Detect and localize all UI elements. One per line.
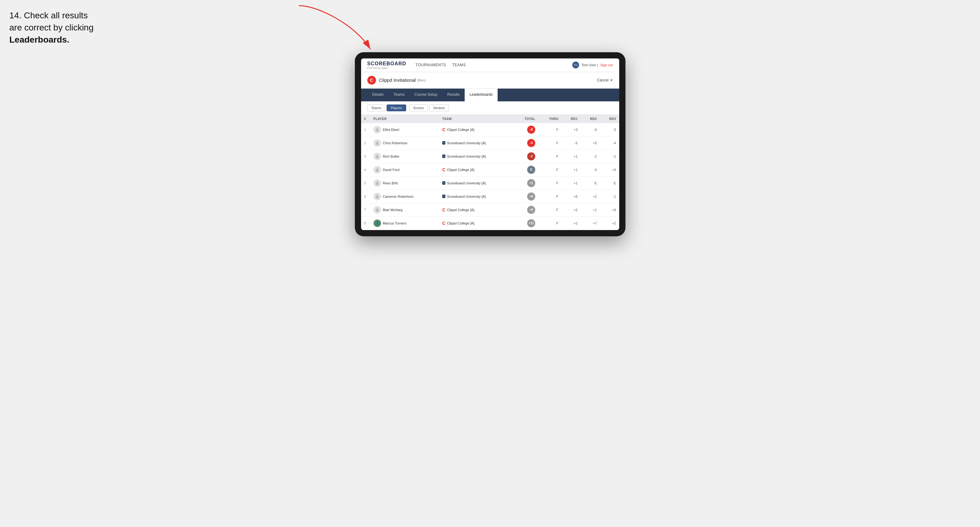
cell-rd2: +2 (581, 190, 600, 203)
cell-team: ≡Scoreboard University [A] (439, 176, 513, 190)
instruction-text: 14. Check all results are correct by cli… (10, 10, 127, 46)
nav-links: TOURNAMENTS TEAMS (415, 63, 566, 67)
svg-point-7 (376, 208, 378, 210)
col-rank: # (361, 115, 371, 123)
cell-total: -4 (513, 136, 539, 149)
cell-thru: F (538, 216, 562, 230)
cell-team: ≡Scoreboard University [A] (439, 149, 513, 163)
cell-player: David Ford (371, 163, 439, 176)
svg-point-4 (376, 168, 378, 170)
cell-rd2: +7 (581, 216, 600, 230)
svg-point-5 (376, 182, 378, 183)
table-row: 2Chris Robertson≡Scoreboard University [… (361, 136, 619, 149)
filter-teams[interactable]: Teams (367, 105, 385, 111)
cell-total: +6 (513, 190, 539, 203)
cell-team: ≡Scoreboard University [A] (439, 136, 513, 149)
col-rd3: RD3 (600, 115, 619, 123)
tab-navigation: Details Teams Course Setup Results Leade… (361, 89, 619, 102)
cell-total: +11 (513, 216, 539, 230)
cell-rank: 1 (361, 123, 371, 137)
cancel-button[interactable]: Cancel ✕ (597, 78, 613, 83)
team-name: Clippd College [A] (447, 128, 474, 132)
cell-rd3: +6 (600, 203, 619, 216)
cell-rd2: +5 (581, 136, 600, 149)
tournament-header: C Clippd Invitational (Men) Cancel ✕ (361, 72, 619, 89)
cell-team: CClippd College [A] (439, 123, 513, 137)
cell-rd1: +5 (562, 190, 581, 203)
score-badge: +9 (527, 206, 535, 214)
svg-point-2 (376, 141, 378, 143)
tab-leaderboards[interactable]: Leaderboards (465, 89, 498, 102)
cell-rank: 7 (361, 203, 371, 216)
nav-right: TU Test User | Sign out (572, 62, 613, 68)
cell-thru: F (538, 149, 562, 163)
player-name: Cameron Robertson (383, 195, 414, 198)
cell-rd2: +1 (581, 203, 600, 216)
cell-team: ≡Scoreboard University [A] (439, 190, 513, 203)
player-name: Chris Robertson (383, 141, 407, 145)
tournament-subtitle: (Men) (417, 78, 426, 82)
cell-rd1: +1 (562, 163, 581, 176)
cell-rd3: +2 (600, 216, 619, 230)
cell-total: E (513, 163, 539, 176)
cell-rd3: -4 (600, 136, 619, 149)
cell-rank: 4 (361, 163, 371, 176)
cell-rd3: -1 (600, 190, 619, 203)
cell-thru: F (538, 190, 562, 203)
cell-player: Rich Butler (371, 149, 439, 163)
nav-teams[interactable]: TEAMS (452, 63, 466, 67)
cell-player: Blair McHarg (371, 203, 439, 216)
cell-thru: F (538, 163, 562, 176)
tab-results[interactable]: Results (442, 89, 465, 102)
filter-scores[interactable]: Scores (409, 105, 428, 111)
score-badge: -4 (527, 139, 535, 147)
cell-rd3: -5 (600, 123, 619, 137)
col-rd2: RD2 (581, 115, 600, 123)
cell-total: +1 (513, 176, 539, 190)
cell-rank: 3 (361, 149, 371, 163)
tab-details[interactable]: Details (367, 89, 389, 102)
score-badge: +6 (527, 192, 535, 200)
cell-player: Elliot Ebert (371, 123, 439, 137)
cell-rd3: E (600, 176, 619, 190)
sign-out-link[interactable]: Sign out (600, 63, 613, 67)
cell-total: -8 (513, 123, 539, 137)
col-rd1: RD1 (562, 115, 581, 123)
player-name: Marcus Turners (383, 221, 406, 225)
table-header-row: # PLAYER TEAM TOTAL THRU RD1 RD2 RD3 (361, 115, 619, 123)
nav-tournaments[interactable]: TOURNAMENTS (415, 63, 446, 67)
cell-thru: F (538, 136, 562, 149)
table-row: 8👤Marcus TurnersCClippd College [A]+11F+… (361, 216, 619, 230)
player-name: David Ford (383, 168, 400, 171)
cell-rd3: +3 (600, 163, 619, 176)
cell-rd1: +2 (562, 203, 581, 216)
col-team: TEAM (439, 115, 513, 123)
score-badge: -2 (527, 152, 535, 160)
filter-players[interactable]: Players (387, 105, 406, 111)
team-name: Scoreboard University [A] (447, 195, 486, 198)
table-row: 5Rees Britt≡Scoreboard University [A]+1F… (361, 176, 619, 190)
cell-player: Chris Robertson (371, 136, 439, 149)
tablet-device: SCOREBOARD Powered by clippd TOURNAMENTS… (355, 52, 625, 236)
team-name: Clippd College [A] (447, 168, 474, 171)
tab-course-setup[interactable]: Course Setup (410, 89, 442, 102)
cell-team: CClippd College [A] (439, 203, 513, 216)
cell-team: CClippd College [A] (439, 216, 513, 230)
table-row: 3Rich Butler≡Scoreboard University [A]-2… (361, 149, 619, 163)
cell-rd2: E (581, 176, 600, 190)
cell-rd1: +1 (562, 176, 581, 190)
filter-strokes[interactable]: Strokes (429, 105, 449, 111)
tab-teams[interactable]: Teams (388, 89, 409, 102)
cell-thru: F (538, 176, 562, 190)
user-avatar: TU (572, 62, 579, 68)
cell-thru: F (538, 203, 562, 216)
cell-rank: 6 (361, 190, 371, 203)
cell-rank: 8 (361, 216, 371, 230)
svg-point-1 (376, 128, 378, 130)
score-badge: +11 (527, 219, 535, 227)
col-player: PLAYER (371, 115, 439, 123)
logo: SCOREBOARD Powered by clippd (367, 61, 406, 69)
team-name: Clippd College [A] (447, 221, 474, 225)
team-name: Scoreboard University [A] (447, 141, 486, 145)
cell-rd1: -5 (562, 136, 581, 149)
